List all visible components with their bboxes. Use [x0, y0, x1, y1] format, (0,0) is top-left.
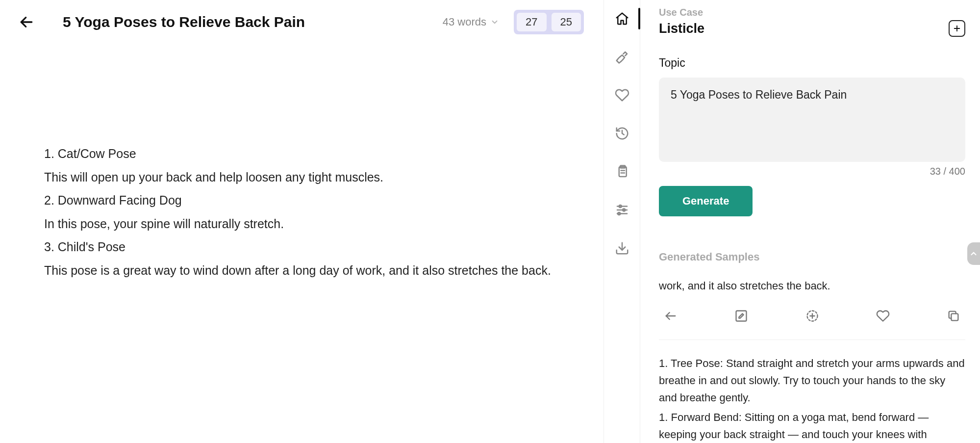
rail-write[interactable] [613, 48, 631, 66]
document-title[interactable]: 5 Yoga Poses to Relieve Back Pain [63, 14, 305, 30]
editor-content[interactable]: 1. Cat/Cow Pose This will open up your b… [15, 142, 584, 282]
use-case-value: Listicle [659, 21, 704, 36]
sample-more-button[interactable] [805, 309, 819, 325]
rail-download[interactable] [613, 239, 631, 257]
topic-char-count: 33 / 400 [659, 166, 965, 177]
count-pill-b[interactable]: 25 [552, 13, 581, 31]
plus-icon [953, 24, 961, 33]
use-case-row: Listicle [659, 20, 965, 37]
sliders-icon [615, 203, 629, 217]
copy-icon [947, 309, 960, 323]
sample-insert-button[interactable] [664, 309, 678, 325]
editor-line: 3. Child's Pose [44, 235, 584, 259]
editor-line: In this pose, your spine will naturally … [44, 212, 584, 236]
rail-clipboard[interactable] [613, 163, 631, 181]
count-pills: 27 25 [514, 10, 584, 34]
back-button[interactable] [15, 10, 38, 34]
rail-favorites[interactable] [613, 86, 631, 104]
arrow-left-icon [19, 14, 34, 30]
editor-line: This pose is a great way to wind down af… [44, 259, 584, 283]
sample-copy-button[interactable] [947, 309, 960, 325]
header-tools: 43 words 27 25 [443, 10, 584, 34]
pen-icon [615, 50, 629, 64]
rail-settings[interactable] [613, 201, 631, 219]
sidebar-pane: Use Case Listicle Topic 33 / 400 Generat… [640, 0, 980, 443]
add-use-case-button[interactable] [949, 20, 965, 37]
chevron-up-icon [969, 249, 978, 258]
topic-input[interactable] [659, 78, 965, 162]
clipboard-icon [615, 164, 629, 179]
word-count-dropdown[interactable]: 43 words [443, 16, 499, 28]
sample-text: 1. Tree Pose: Stand straight and stretch… [659, 355, 965, 407]
download-icon [615, 241, 629, 256]
svg-rect-15 [736, 311, 747, 321]
heart-icon [876, 309, 890, 323]
chevron-down-icon [490, 18, 499, 26]
home-icon [615, 11, 629, 26]
word-count-label: 43 words [443, 16, 486, 28]
sample-edit-button[interactable] [734, 309, 748, 325]
rail-home[interactable] [613, 10, 631, 27]
editor-line: This will open up your back and help loo… [44, 166, 584, 189]
rail-history[interactable] [613, 125, 631, 142]
history-icon [615, 126, 629, 141]
sample-favorite-button[interactable] [876, 309, 890, 325]
topic-label: Topic [659, 56, 965, 70]
svg-rect-19 [951, 313, 958, 320]
scroll-up-button[interactable] [967, 242, 980, 265]
use-case-label: Use Case [659, 7, 965, 18]
count-pill-a[interactable]: 27 [517, 13, 546, 31]
editor-header: 5 Yoga Poses to Relieve Back Pain 43 wor… [15, 10, 584, 34]
arrow-left-icon [664, 309, 678, 323]
editor-pane: 5 Yoga Poses to Relieve Back Pain 43 wor… [0, 0, 603, 443]
tool-rail [603, 0, 640, 443]
generate-button[interactable]: Generate [659, 186, 753, 216]
sample-text-fragment: work, and it also stretches the back. [659, 277, 965, 294]
edit-icon [734, 309, 748, 323]
sample-text: 1. Forward Bend: Sitting on a yoga mat, … [659, 409, 965, 443]
editor-line: 2. Downward Facing Dog [44, 189, 584, 212]
heart-icon [615, 88, 629, 103]
generated-samples-label: Generated Samples [659, 251, 965, 263]
editor-line: 1. Cat/Cow Pose [44, 142, 584, 166]
sample-actions [659, 309, 965, 340]
plus-circle-dashed-icon [805, 309, 819, 323]
